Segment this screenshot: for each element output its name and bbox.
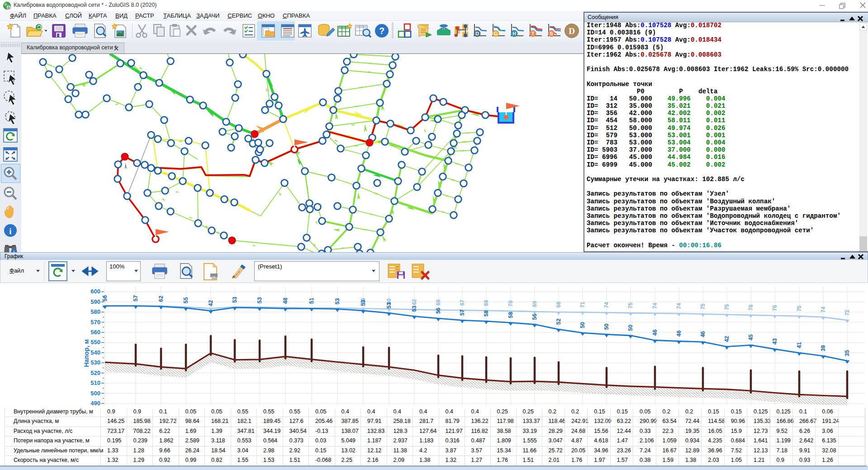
svg-text:T: T	[531, 31, 535, 36]
svg-text:520: 520	[90, 369, 100, 376]
svg-text:69: 69	[483, 300, 489, 306]
svg-text:62: 62	[158, 296, 164, 302]
svg-text:66: 66	[435, 299, 441, 306]
svg-text:46: 46	[676, 331, 682, 337]
svg-text:48: 48	[282, 297, 289, 304]
svg-text:53: 53	[411, 306, 417, 312]
svg-text:42: 42	[724, 336, 730, 342]
svg-text:55: 55	[183, 297, 189, 303]
svg-text:i: i	[9, 226, 11, 236]
svg-text:58: 58	[508, 312, 514, 318]
svg-text:39: 39	[820, 345, 826, 351]
svg-text:56: 56	[102, 295, 108, 302]
svg-text:74: 74	[676, 303, 682, 309]
svg-text:78: 78	[748, 304, 754, 311]
svg-text:S: S	[550, 31, 553, 36]
svg-text:540: 540	[90, 349, 100, 356]
svg-text:56: 56	[435, 307, 441, 314]
svg-text:71: 71	[579, 302, 586, 308]
svg-text:72: 72	[844, 309, 850, 316]
svg-text:74: 74	[652, 302, 658, 309]
svg-text:51: 51	[308, 297, 315, 304]
svg-text:70: 70	[508, 300, 514, 307]
svg-text:530: 530	[90, 359, 100, 366]
svg-text:75: 75	[796, 305, 802, 312]
svg-text:43: 43	[772, 338, 778, 345]
svg-text:500: 500	[90, 390, 100, 397]
svg-text:45: 45	[748, 334, 754, 341]
svg-text:550: 550	[90, 339, 100, 345]
svg-text:74: 74	[603, 302, 610, 308]
svg-text:75: 75	[700, 303, 706, 310]
svg-text:76: 76	[772, 305, 778, 311]
svg-text:580: 580	[90, 308, 100, 315]
svg-text:75: 75	[627, 302, 634, 309]
svg-text:490: 490	[90, 400, 100, 407]
svg-text:?: ?	[379, 26, 384, 36]
svg-text:53: 53	[360, 300, 366, 306]
svg-text:510: 510	[90, 379, 100, 386]
svg-text:69: 69	[531, 301, 538, 307]
svg-text:57: 57	[459, 309, 465, 316]
svg-text:52: 52	[555, 318, 562, 325]
svg-text:53: 53	[256, 297, 263, 303]
svg-text:D: D	[475, 31, 479, 36]
svg-text:50: 50	[579, 322, 586, 328]
svg-text:560: 560	[90, 329, 100, 336]
svg-text:75: 75	[724, 304, 730, 310]
svg-text:53: 53	[232, 297, 238, 303]
svg-text:H: H	[512, 31, 516, 36]
svg-text:50: 50	[627, 325, 634, 331]
svg-text:35: 35	[844, 350, 850, 356]
svg-text:56: 56	[531, 314, 538, 320]
svg-text:8: 8	[8, 5, 10, 10]
svg-text:570: 570	[90, 319, 100, 326]
svg-text:50: 50	[603, 324, 610, 330]
svg-text:590: 590	[90, 298, 100, 305]
svg-text:46: 46	[700, 331, 706, 337]
svg-text:62: 62	[411, 299, 417, 305]
svg-text:57: 57	[133, 295, 139, 302]
svg-text:D: D	[569, 26, 575, 36]
svg-text:Напор, м: Напор, м	[83, 339, 90, 367]
svg-text:42: 42	[208, 300, 214, 307]
svg-text:46: 46	[652, 330, 658, 336]
svg-text:68: 68	[555, 302, 562, 308]
svg-text:G: G	[494, 31, 498, 36]
svg-text:74: 74	[820, 307, 826, 313]
svg-text:58: 58	[483, 310, 489, 317]
svg-text:41: 41	[796, 342, 802, 348]
svg-text:67: 67	[459, 299, 465, 306]
svg-text:53: 53	[386, 302, 392, 308]
svg-text:600: 600	[90, 288, 100, 295]
svg-text:53: 53	[334, 298, 341, 304]
